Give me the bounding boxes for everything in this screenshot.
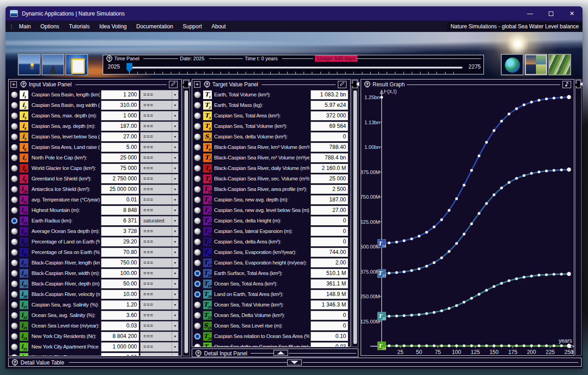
input-row-dropdown[interactable]: ===▼ [140,153,178,163]
s5-icon[interactable]: S5 [203,132,212,141]
dropdown-arrow-icon[interactable]: ▼ [172,227,178,236]
i2-icon[interactable]: i2 [20,101,28,110]
target-row-radio[interactable] [194,249,201,256]
input-row-dropdown[interactable]: ===▼ [140,174,178,184]
dropdown-arrow-icon[interactable]: ▼ [172,206,178,215]
dropdown-arrow-icon[interactable]: ▼ [172,185,178,194]
dropdown-arrow-icon[interactable]: ▼ [172,332,178,341]
input-row-dropdown[interactable]: ===▼ [140,300,178,310]
i5-icon[interactable]: i5 [20,132,28,141]
input-row-radio[interactable] [11,301,18,308]
target-row-radio[interactable] [194,133,201,140]
series-marker-T24[interactable]: T24 [378,342,386,350]
menu-item-main[interactable]: Main [14,23,36,30]
target-row-radio[interactable] [194,291,201,298]
input-panel-add-button[interactable]: + [10,81,17,88]
t11-icon[interactable]: T11 [203,195,212,204]
input-row-value[interactable]: 29.20 [101,237,139,247]
i25-icon[interactable]: i25 [20,343,28,351]
dropdown-arrow-icon[interactable]: ▼ [172,311,178,320]
t1-icon[interactable]: T1 [203,90,212,99]
minimize-button[interactable]: — [520,6,541,21]
input-row-dropdown[interactable]: ===▼ [140,206,178,215]
input-row-value[interactable]: 25 000 000 [101,185,139,194]
input-row-value[interactable]: 3.60 [101,311,139,320]
target-row-value[interactable]: 27.00 [310,206,348,215]
input-row-dropdown[interactable]: ===▼ [140,353,178,356]
dropdown-arrow-icon[interactable]: ▼ [172,269,178,278]
target-row-radio[interactable] [194,343,201,347]
t17-icon[interactable]: T17 [203,259,212,267]
graph-options-button[interactable] [562,81,571,88]
input-row-radio[interactable] [11,207,18,214]
input-row-radio[interactable] [11,322,18,329]
input-row-radio[interactable] [11,144,18,151]
target-row-value[interactable]: 1 346.3 M [310,300,348,310]
t13-icon[interactable]: T13 [203,217,212,225]
graph-panel-collapse-button[interactable]: ◀ [576,80,581,88]
target-panel-splitter[interactable]: ◀ [352,79,358,347]
input-row-dropdown[interactable]: ===▼ [140,185,178,194]
target-row-value[interactable]: 0 [310,227,348,236]
dropdown-arrow-icon[interactable]: ▼ [172,90,178,99]
menu-item-idea-voting[interactable]: Idea Voting [94,23,131,30]
target-row-radio[interactable] [194,165,201,172]
t10-icon[interactable]: T10 [203,185,212,194]
menu-item-about[interactable]: About [207,23,231,30]
input-row-radio[interactable] [11,165,18,172]
dropdown-arrow-icon[interactable]: ▼ [172,164,178,173]
input-row-dropdown[interactable]: ===▼ [140,258,178,268]
target-row-value[interactable]: 0 [310,311,348,320]
input-row-radio[interactable] [11,133,18,140]
t4-icon[interactable]: T4 [203,122,212,131]
s23-icon[interactable]: S23 [203,322,212,330]
target-row-value[interactable]: 1 083.2 bn [310,90,348,100]
input-row-value[interactable]: 6 371 [101,216,139,226]
target-row-value[interactable]: 510.1 M [310,269,348,278]
input-row-value[interactable]: 187.00 [101,121,139,131]
input-row-dropdown[interactable]: ===▼ [140,321,178,331]
dropdown-arrow-icon[interactable]: ▼ [172,111,178,120]
input-row-dropdown[interactable]: ===▼ [140,132,178,142]
input-row-radio[interactable] [11,259,18,266]
target-row-radio[interactable] [194,154,201,161]
target-row-value[interactable]: 25 000 [310,174,348,184]
menu-item-options[interactable]: Options [36,23,64,30]
t20-icon[interactable]: T20 [203,290,212,299]
input-row-radio[interactable] [11,186,18,193]
input-row-dropdown[interactable]: ===▼ [140,143,178,152]
target-row-radio[interactable] [194,259,201,266]
input-row-radio[interactable] [11,238,18,245]
i24-icon[interactable]: i24 [20,332,28,341]
input-row-dropdown[interactable]: ===▼ [140,195,178,205]
i14-icon[interactable]: i14 [20,227,28,236]
target-row-value[interactable]: 0 [310,321,348,331]
input-row-value[interactable]: 25 000 [101,153,139,163]
series-marker-T19[interactable]: T19 [378,269,386,278]
target-row-radio[interactable] [194,228,201,235]
target-row-radio[interactable] [194,301,201,308]
input-row-radio[interactable] [11,312,18,319]
menu-item-documentation[interactable]: Documentation [131,23,178,30]
input-row-radio[interactable] [11,217,18,224]
thumbnail-green-building[interactable] [548,54,571,75]
i19-icon[interactable]: i19 [20,280,28,288]
i16-icon[interactable]: i16 [20,248,28,257]
target-row-radio[interactable] [194,333,201,340]
input-row-radio[interactable] [11,196,18,203]
target-row-radio[interactable] [194,175,201,182]
input-row-value[interactable]: 310.00 [101,100,139,110]
i6-icon[interactable]: i6 [20,143,28,152]
input-row-radio[interactable] [11,175,18,182]
i15-icon[interactable]: i15 [20,238,28,246]
close-button[interactable]: ✕ [562,6,583,21]
dropdown-arrow-icon[interactable]: ▼ [172,353,178,356]
t9-icon[interactable]: T9 [203,174,212,183]
series-marker-T20[interactable]: T20 [378,312,386,321]
dropdown-arrow-icon[interactable]: ▼ [172,143,178,152]
menu-item-support[interactable]: Support [178,23,207,30]
dropdown-arrow-icon[interactable]: ▼ [172,301,178,309]
i7-icon[interactable]: i7 [20,153,28,162]
target-row-value[interactable]: 2 160.0 M [310,164,348,173]
input-row-radio[interactable] [11,280,18,287]
